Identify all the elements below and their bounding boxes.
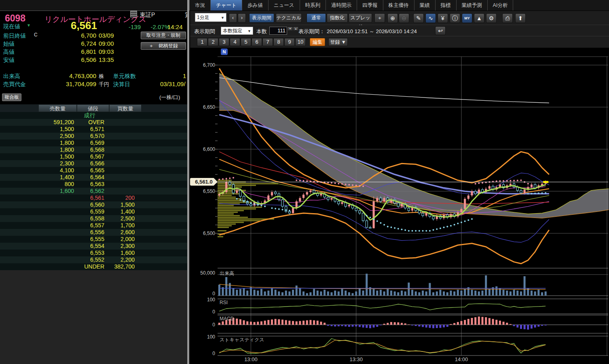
composite-board-button[interactable]: 複合板 bbox=[2, 93, 21, 101]
ob-sell: 4,100 bbox=[0, 167, 74, 174]
volume-unit: 株 bbox=[99, 73, 104, 80]
price-change-percent: -2.07% bbox=[141, 23, 170, 30]
ob-price: 6,564 bbox=[75, 174, 104, 181]
tab-8[interactable]: 業績 bbox=[414, 0, 436, 11]
tab-2[interactable]: 歩み値 bbox=[242, 0, 269, 11]
order-book-row[interactable]: UNDER382,700 bbox=[0, 263, 187, 270]
settlement-value: 03/31,09/ bbox=[160, 80, 187, 87]
toolbar-button-1[interactable]: テクニカル bbox=[276, 13, 302, 23]
order-book-row[interactable]: 6,5552,000 bbox=[0, 236, 187, 243]
order-book-row[interactable]: 1,8006,569 bbox=[0, 140, 187, 146]
ob-price: 6,570 bbox=[75, 133, 104, 140]
info-icon[interactable]: ⓘ bbox=[450, 13, 460, 23]
order-book-row[interactable]: 6,5531,600 bbox=[0, 250, 187, 256]
preset-button-10[interactable]: 10 bbox=[295, 38, 306, 46]
toolbar-button-5[interactable]: ＋ bbox=[374, 13, 385, 23]
high-time: 09:03 bbox=[99, 48, 114, 55]
order-book-row[interactable]: 6,5522,200 bbox=[0, 256, 187, 263]
bar-count-input[interactable]: 111 bbox=[269, 27, 287, 35]
count-down-spinner[interactable]: ▼ bbox=[288, 27, 293, 31]
svg-text:0: 0 bbox=[212, 291, 215, 296]
order-book-row[interactable]: 1,8006,568 bbox=[0, 146, 187, 153]
ob-price: 6,569 bbox=[75, 140, 104, 146]
area-chart-icon[interactable]: ▲ bbox=[474, 13, 484, 23]
zoom-in-icon[interactable]: ⊕ bbox=[387, 13, 398, 23]
ob-sell: 1,500 bbox=[0, 153, 74, 160]
order-book-row[interactable]: 1,6006,562 bbox=[0, 188, 187, 195]
preset-button-9[interactable]: 9 bbox=[284, 38, 295, 46]
list-icon[interactable] bbox=[130, 11, 137, 17]
register-dropdown-button[interactable]: 登録 ▼ bbox=[328, 38, 348, 46]
order-book-row[interactable]: 2,3006,566 bbox=[0, 160, 187, 167]
toolbar-button-0[interactable]: 表示期間 bbox=[249, 13, 274, 23]
order-book-row[interactable]: 4,1006,565 bbox=[0, 167, 187, 174]
tab-5[interactable]: 適時開示 bbox=[326, 0, 357, 11]
tab-0[interactable]: 市況 bbox=[189, 0, 211, 11]
price-change: -139 bbox=[112, 23, 141, 30]
tab-bar: 市況チャート歩み値ニュース時系列適時開示四季報株主優待業績指標業績予測AI分析 bbox=[189, 0, 609, 11]
tab-9[interactable]: 指標 bbox=[436, 0, 457, 11]
yen-icon[interactable]: ¥ bbox=[438, 13, 448, 23]
svg-text:0: 0 bbox=[212, 322, 215, 328]
order-book-row[interactable]: 成行 bbox=[0, 112, 187, 119]
order-book-row[interactable]: 6,5591,400 bbox=[0, 208, 187, 215]
tab-11[interactable]: AI分析 bbox=[488, 0, 514, 11]
reset-period-icon[interactable]: ↩ bbox=[435, 26, 446, 35]
ob-sell: 800 bbox=[0, 181, 74, 188]
order-book-row[interactable]: 1,5006,567 bbox=[0, 153, 187, 160]
chart-area[interactable]: 6,7006,6506,6006,5506,50013:0013:3014:00… bbox=[189, 48, 609, 364]
preset-button-2[interactable]: 2 bbox=[208, 38, 218, 46]
order-book-row[interactable]: 6,5582,500 bbox=[0, 215, 187, 222]
preset-button-4[interactable]: 4 bbox=[230, 38, 240, 46]
wrench-icon[interactable]: ⚙ bbox=[486, 13, 497, 23]
trade-caution-button[interactable]: 取引注意・規制 bbox=[141, 32, 186, 39]
ob-buy: 382,700 bbox=[104, 263, 135, 270]
preset-button-1[interactable]: 1 bbox=[197, 38, 207, 46]
add-symbol-button[interactable]: ＋ 銘柄登録 bbox=[141, 42, 186, 50]
preset-button-7[interactable]: 7 bbox=[262, 38, 273, 46]
ob-buy: 2,600 bbox=[104, 229, 135, 236]
turnover-value: 31,704,099 bbox=[50, 80, 96, 87]
order-book-row[interactable]: 6,5601,500 bbox=[0, 201, 187, 208]
period-mode-select[interactable]: 本数指定 ▼ bbox=[221, 27, 253, 35]
tab-1[interactable]: チャート bbox=[211, 0, 242, 11]
order-book-row[interactable]: 6,561200 bbox=[0, 195, 187, 201]
order-book-row[interactable]: 1,4006,564 bbox=[0, 174, 187, 181]
order-book-row[interactable]: 6,5542,300 bbox=[0, 243, 187, 250]
settlement-label: 決算日 bbox=[113, 81, 130, 88]
toolbar-button-4[interactable]: スプレッド bbox=[349, 13, 372, 23]
tab-10[interactable]: 業績予測 bbox=[457, 0, 488, 11]
order-book-row[interactable]: 1,5006,571 bbox=[0, 126, 187, 133]
tab-3[interactable]: ニュース bbox=[269, 0, 300, 11]
preset-button-6[interactable]: 6 bbox=[252, 38, 262, 46]
preset-button-8[interactable]: 8 bbox=[273, 38, 284, 46]
tab-6[interactable]: 四季報 bbox=[357, 0, 383, 11]
toolbar-button-2[interactable]: 通常 bbox=[307, 13, 326, 23]
edit-button[interactable]: 編集 bbox=[310, 38, 325, 46]
tab-4[interactable]: 時系列 bbox=[300, 0, 326, 11]
preset-button-5[interactable]: 5 bbox=[241, 38, 251, 46]
order-book-row[interactable]: 6,5562,600 bbox=[0, 229, 187, 236]
price-chart[interactable]: 6,7006,6506,6006,5506,50013:0013:3014:00… bbox=[189, 48, 609, 364]
zoom-out-icon[interactable]: ⊖ bbox=[399, 13, 409, 23]
prev-close-flag: C bbox=[34, 32, 38, 38]
order-book-row[interactable]: 8006,563 bbox=[0, 181, 187, 188]
print-icon[interactable]: ⎙ bbox=[502, 13, 513, 23]
draw-pencil-icon[interactable]: ✎ bbox=[413, 13, 424, 23]
tab-7[interactable]: 株主優待 bbox=[383, 0, 414, 11]
order-book-row[interactable]: 6,5571,700 bbox=[0, 222, 187, 229]
chart-cursor-icon[interactable]: ∿ bbox=[425, 13, 436, 23]
my-chart-icon[interactable]: MY bbox=[462, 13, 472, 23]
order-book-row[interactable]: 591,200OVER bbox=[0, 119, 187, 126]
toolbar-button-3[interactable]: 指数化 bbox=[327, 13, 348, 23]
order-book-row[interactable]: 2,5006,570 bbox=[0, 133, 187, 140]
ob-buy: 2,300 bbox=[104, 243, 135, 250]
export-window-icon[interactable]: ⬆ bbox=[515, 13, 526, 23]
interval-select[interactable]: 1分足 ▼ bbox=[195, 13, 226, 22]
next-button[interactable]: › bbox=[238, 13, 246, 23]
prev-button[interactable]: ‹ bbox=[229, 13, 237, 23]
low-value: 6,506 bbox=[56, 56, 96, 63]
preset-button-3[interactable]: 3 bbox=[219, 38, 229, 46]
count-up-spinner[interactable]: ▲ bbox=[293, 27, 298, 31]
ob-price: 6,553 bbox=[75, 250, 104, 256]
